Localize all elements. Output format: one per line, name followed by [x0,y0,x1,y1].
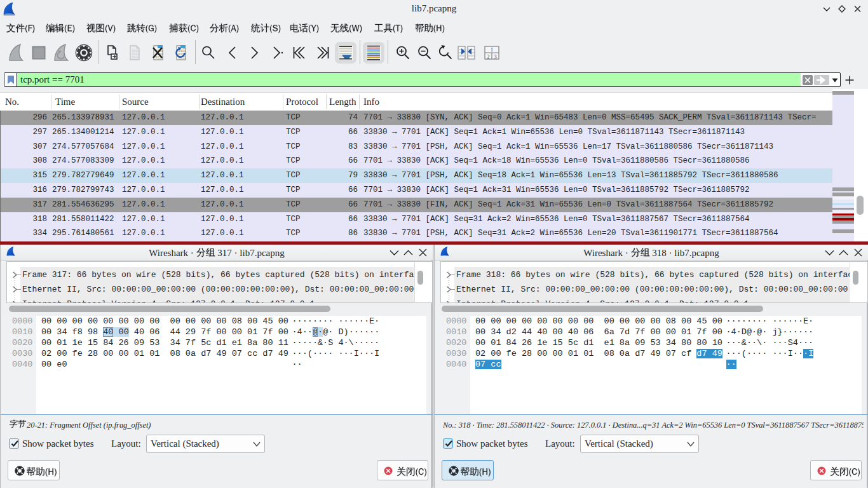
svg-text:3: 3 [494,54,497,60]
svg-text:2: 2 [487,54,490,60]
svg-text:0111: 0111 [132,56,140,60]
svg-text:1: 1 [491,47,493,53]
